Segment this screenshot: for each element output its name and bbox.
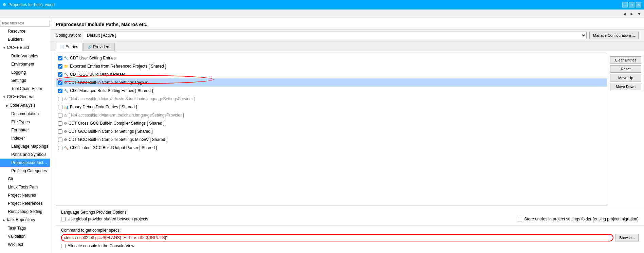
lang-settings-options: Language Settings Provider Options Use g… (56, 207, 644, 225)
sidebar-item-resource[interactable]: Resource (0, 27, 50, 35)
entry-checkbox-6[interactable] (58, 105, 62, 109)
entry-checkbox-3[interactable] (58, 80, 62, 85)
tab-providers[interactable]: 🔗 Providers (83, 43, 115, 51)
entry-row-0[interactable]: 🔧CDT User Setting Entries (56, 54, 607, 62)
sidebar-item-environment[interactable]: Environment (0, 60, 50, 68)
entry-text-11: CDT Libtool GCC Build Output Parser [ Sh… (70, 144, 157, 151)
manage-configurations-button[interactable]: Manage Configurations... (589, 32, 639, 39)
entry-row-6[interactable]: 📊Binary Debug Data Entries [ Shared ] (56, 103, 607, 111)
sidebar-item-label-resource: Resource (8, 29, 25, 34)
entry-checkbox-9[interactable] (58, 129, 62, 134)
entry-checkbox-0[interactable] (58, 56, 62, 60)
sidebar-item-documentation[interactable]: Documentation (0, 110, 50, 118)
sidebar-item-task-repo[interactable]: Task Repository (0, 216, 50, 224)
entry-icon-10: ⚙ (64, 136, 67, 143)
sidebar-item-code-analysis[interactable]: Code Analysis (0, 101, 50, 110)
entry-checkbox-10[interactable] (58, 138, 62, 142)
entry-checkbox-1[interactable] (58, 64, 62, 69)
sidebar-item-build-vars[interactable]: Build Variables (0, 52, 50, 60)
move-down-button[interactable]: Move Down (610, 83, 641, 90)
store-entries-label: Store entries in project settings folder… (524, 217, 639, 221)
sidebar-item-label-cpp-build: C/C++ Build (7, 45, 29, 50)
back-button[interactable]: ◄ (621, 11, 628, 17)
entry-icon-9: ⚙ (64, 128, 67, 135)
entries-tab-icon: 📄 (60, 45, 64, 49)
sidebar-item-run-debug[interactable]: Run/Debug Setting (0, 207, 50, 216)
entry-checkbox-4[interactable] (58, 89, 62, 93)
sidebar-item-label-indexer: Indexer (11, 136, 25, 141)
forward-button[interactable]: ► (628, 11, 635, 17)
sidebar-item-builders[interactable]: Builders (0, 35, 50, 43)
entry-checkbox-11[interactable] (58, 146, 62, 150)
global-provider-checkbox[interactable] (61, 217, 66, 221)
sidebar-item-label-project-natures: Project Natures (8, 193, 36, 198)
entry-icon-3: ⚙ (64, 79, 67, 86)
sidebar-item-paths-symbols[interactable]: Paths and Symbols (0, 150, 50, 159)
sidebar-item-project-refs[interactable]: Project References (0, 199, 50, 207)
minimize-button[interactable]: — (622, 2, 628, 7)
sidebar-item-task-tags[interactable]: Task Tags (0, 224, 50, 232)
sidebar-item-label-documentation: Documentation (11, 111, 39, 116)
sidebar-item-logging[interactable]: Logging (0, 68, 50, 76)
entry-row-1[interactable]: 📁Exported Entries from Referenced Projec… (56, 62, 607, 70)
sidebar-item-project-natures[interactable]: Project Natures (0, 191, 50, 199)
entry-text-2: CDT GCC Build Output Parser (70, 71, 125, 78)
page-header: Preprocessor Include Paths, Macros etc. (50, 18, 644, 30)
entry-text-8: CDT Cross GCC Built-in Compiler Settings… (69, 120, 165, 127)
entry-row-9[interactable]: ⚙CDT GCC Built-in Compiler Settings [ Sh… (56, 127, 607, 135)
sidebar-item-linux-tools[interactable]: Linux Tools Path (0, 183, 50, 191)
console-checkbox[interactable] (61, 244, 66, 248)
sidebar-item-profiling[interactable]: Profiling Categories (0, 167, 50, 175)
entry-text-1: Exported Entries from Referenced Project… (70, 63, 166, 70)
sidebar-item-validation[interactable]: Validation (0, 232, 50, 240)
entry-checkbox-2[interactable] (58, 72, 62, 77)
command-row: Browse... (61, 234, 639, 241)
title-bar-left: ⚙ Properties for hello_world (3, 2, 55, 7)
sidebar-tree: Resource Builders C/C++ Build Build Vari… (0, 27, 50, 253)
entry-icon-5: ⚠ (64, 95, 67, 102)
sidebar-item-wikitext[interactable]: WikiText (0, 240, 50, 249)
sidebar-item-git[interactable]: Git (0, 175, 50, 183)
entry-checkbox-7[interactable] (58, 113, 62, 118)
maximize-button[interactable]: □ (629, 2, 634, 7)
sidebar-item-preprocessor-inc[interactable]: Preprocessor Include (0, 159, 50, 167)
entry-checkbox-5[interactable] (58, 97, 62, 101)
store-entries-checkbox[interactable] (518, 217, 522, 221)
entry-row-3[interactable]: ⚙CDT GCC Built-in Compiler Settings Cygw… (56, 78, 607, 87)
sidebar-item-lang-mappings[interactable]: Language Mappings (0, 142, 50, 150)
sidebar-item-cpp-build[interactable]: C/C++ Build (0, 43, 50, 52)
sidebar-item-indexer[interactable]: Indexer (0, 134, 50, 142)
sidebar-item-cpp-general[interactable]: C/C++ General (0, 93, 50, 101)
entries-list: 🔧CDT User Setting Entries📁Exported Entri… (56, 54, 607, 205)
entry-row-4[interactable]: 🔧CDT Managed Build Setting Entries [ Sha… (56, 87, 607, 95)
entry-text-0: CDT User Setting Entries (70, 55, 116, 61)
sidebar-item-toolchain[interactable]: Tool Chain Editor (0, 85, 50, 93)
entry-row-8[interactable]: ⚙CDT Cross GCC Built-in Compiler Setting… (56, 119, 607, 127)
expand-arrow-cpp-general (3, 95, 6, 99)
sidebar-item-formatter[interactable]: Formatter (0, 126, 50, 134)
menu-button[interactable]: ▼ (636, 11, 643, 17)
sidebar-item-label-paths-symbols: Paths and Symbols (11, 152, 46, 157)
entry-text-3: CDT GCC Built-in Compiler Settings Cygwi… (69, 79, 148, 86)
sidebar-item-label-wikitext: WikiText (8, 242, 23, 247)
entry-checkbox-8[interactable] (58, 121, 62, 126)
sidebar-item-label-file-types: File Types (11, 120, 30, 124)
entry-row-11[interactable]: 🔨CDT Libtool GCC Build Output Parser [ S… (56, 144, 607, 152)
browse-button[interactable]: Browse... (615, 234, 639, 241)
move-up-button[interactable]: Move Up (610, 74, 641, 82)
reset-button[interactable]: Reset (610, 65, 641, 73)
entry-row-7[interactable]: ⚠[ Not accessible id=iar.arm.toolchain.l… (56, 111, 607, 119)
entry-row-2[interactable]: 🔨CDT GCC Build Output Parser (56, 70, 607, 78)
tab-entries[interactable]: 📄 Entries (56, 43, 82, 51)
entry-row-5[interactable]: ⚠[ Not accessible id=iar.wtdx.stm8.toolc… (56, 95, 607, 103)
sidebar-item-file-types[interactable]: File Types (0, 118, 50, 126)
store-entries-row: Store entries in project settings folder… (518, 217, 639, 221)
command-input[interactable] (61, 234, 613, 241)
sidebar-item-settings[interactable]: Settings (0, 76, 50, 85)
config-select[interactable]: Default [ Active ] (84, 32, 587, 39)
close-button[interactable]: ✕ (636, 2, 641, 7)
entry-row-10[interactable]: ⚙CDT GCC Built-in Compiler Settings MinG… (56, 135, 607, 144)
title-bar-title: Properties for hello_world (8, 2, 55, 7)
filter-input[interactable] (0, 20, 50, 26)
clear-entries-button[interactable]: Clear Entries (610, 56, 641, 64)
